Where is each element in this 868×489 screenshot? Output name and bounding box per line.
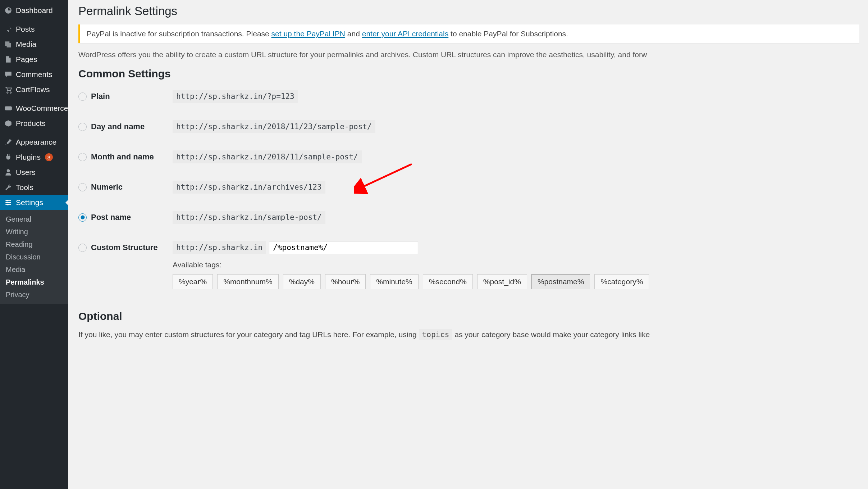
tag-year[interactable]: %year% xyxy=(173,274,213,289)
common-settings-heading: Common Settings xyxy=(78,68,859,80)
permalink-radio-numeric[interactable] xyxy=(78,183,87,191)
permalink-option-numeric: Numerichttp://sp.sharkz.in/archives/123 xyxy=(78,181,859,194)
sidebar-item-products[interactable]: Products xyxy=(0,116,68,131)
svg-rect-0 xyxy=(5,107,12,110)
option-label-text: Day and name xyxy=(91,122,145,131)
plugins-update-badge: 3 xyxy=(45,153,53,161)
tag-minute[interactable]: %minute% xyxy=(370,274,418,289)
content-area: Permalink Settings PayPal is inactive fo… xyxy=(68,0,868,489)
permalink-example: http://sp.sharkz.in/archives/123 xyxy=(173,181,325,194)
available-tags: %year%%monthnum%%day%%hour%%minute%%seco… xyxy=(173,274,859,289)
permalink-option-dayname: Day and namehttp://sp.sharkz.in/2018/11/… xyxy=(78,120,859,133)
sidebar-label: Products xyxy=(16,119,46,128)
permalink-option-label[interactable]: Day and name xyxy=(78,122,173,131)
sidebar-label: Dashboard xyxy=(16,6,53,15)
settings-sub-reading[interactable]: Reading xyxy=(0,238,68,251)
permalink-option-postname: Post namehttp://sp.sharkz.in/sample-post… xyxy=(78,211,859,224)
sliders-icon xyxy=(4,199,12,207)
settings-submenu: GeneralWritingReadingDiscussionMediaPerm… xyxy=(0,210,68,304)
dashboard-icon xyxy=(4,6,12,14)
permalink-example: http://sp.sharkz.in/2018/11/23/sample-po… xyxy=(173,120,375,133)
notice-text: and xyxy=(345,30,362,38)
sidebar-item-settings[interactable]: Settings xyxy=(0,195,68,210)
cartflows-icon xyxy=(4,86,12,94)
permalink-example: http://sp.sharkz.in/2018/11/sample-post/ xyxy=(173,150,362,163)
media-icon xyxy=(4,40,12,48)
permalink-radio-dayname[interactable] xyxy=(78,123,87,131)
sidebar-label: Media xyxy=(16,40,36,49)
sidebar-item-dashboard[interactable]: Dashboard xyxy=(0,3,68,18)
notice-text: to enable PayPal for Subscriptions. xyxy=(448,30,568,38)
permalink-example: http://sp.sharkz.in/?p=123 xyxy=(173,90,298,103)
sidebar-label: WooCommerce xyxy=(16,104,68,113)
permalink-option-monthname: Month and namehttp://sp.sharkz.in/2018/1… xyxy=(78,150,859,163)
notice-text: PayPal is inactive for subscription tran… xyxy=(87,30,271,38)
sidebar-item-plugins[interactable]: Plugins 3 xyxy=(0,150,68,165)
permalink-example: http://sp.sharkz.in/sample-post/ xyxy=(173,211,325,224)
custom-base-url: http://sp.sharkz.in xyxy=(173,241,266,254)
tag-post_id[interactable]: %post_id% xyxy=(477,274,527,289)
tag-second[interactable]: %second% xyxy=(423,274,473,289)
sidebar-label: Comments xyxy=(16,70,52,79)
page-icon xyxy=(4,55,12,63)
sidebar-label: Settings xyxy=(16,198,43,207)
svg-point-2 xyxy=(9,202,10,203)
sidebar-item-users[interactable]: Users xyxy=(0,165,68,180)
settings-sub-permalinks[interactable]: Permalinks xyxy=(0,276,68,289)
sidebar-item-posts[interactable]: Posts xyxy=(0,22,68,37)
optional-desc-text: as your category base would make your ca… xyxy=(454,330,650,339)
permalink-option-label[interactable]: Post name xyxy=(78,213,173,222)
sidebar-label: Posts xyxy=(16,25,35,33)
permalink-option-custom: Custom Structurehttp://sp.sharkz.in xyxy=(78,241,859,254)
option-label-text: Plain xyxy=(91,92,110,101)
products-icon xyxy=(4,119,12,127)
tag-postname[interactable]: %postname% xyxy=(531,274,590,289)
permalink-option-label[interactable]: Month and name xyxy=(78,152,173,162)
optional-desc-text: If you like, you may enter custom struct… xyxy=(78,330,419,339)
settings-sub-privacy[interactable]: Privacy xyxy=(0,289,68,301)
option-label-text: Post name xyxy=(91,213,131,222)
permalink-radio-plain[interactable] xyxy=(78,92,87,101)
sidebar-item-comments[interactable]: Comments xyxy=(0,67,68,82)
optional-example-code: topics xyxy=(419,329,453,340)
sidebar-label: Pages xyxy=(16,55,37,64)
wrench-icon xyxy=(4,184,12,191)
sidebar-item-woocommerce[interactable]: WooCommerce xyxy=(0,101,68,116)
settings-sub-discussion[interactable]: Discussion xyxy=(0,251,68,263)
custom-structure-input[interactable] xyxy=(269,241,418,254)
optional-heading: Optional xyxy=(78,310,859,322)
woocommerce-icon xyxy=(4,104,12,112)
tag-monthnum[interactable]: %monthnum% xyxy=(217,274,279,289)
svg-point-3 xyxy=(7,204,9,205)
sidebar-item-appearance[interactable]: Appearance xyxy=(0,135,68,150)
permalink-radio-monthname[interactable] xyxy=(78,153,87,161)
permalink-option-label[interactable]: Custom Structure xyxy=(78,243,173,252)
sidebar-label: Tools xyxy=(16,183,33,192)
tag-day[interactable]: %day% xyxy=(283,274,321,289)
tag-hour[interactable]: %hour% xyxy=(325,274,366,289)
permalink-option-label[interactable]: Plain xyxy=(78,92,173,101)
brush-icon xyxy=(4,138,12,146)
sidebar-item-pages[interactable]: Pages xyxy=(0,52,68,67)
setup-paypal-ipn-link[interactable]: set up the PayPal IPN xyxy=(271,30,345,38)
available-tags-label: Available tags: xyxy=(173,261,859,269)
settings-sub-writing[interactable]: Writing xyxy=(0,226,68,238)
permalink-option-plain: Plainhttp://sp.sharkz.in/?p=123 xyxy=(78,90,859,103)
sidebar-item-tools[interactable]: Tools xyxy=(0,180,68,195)
permalink-option-label[interactable]: Numeric xyxy=(78,182,173,192)
api-credentials-link[interactable]: enter your API credentials xyxy=(362,30,448,38)
option-label-text: Month and name xyxy=(91,152,154,162)
sidebar-item-cartflows[interactable]: CartFlows xyxy=(0,82,68,97)
admin-sidebar: Dashboard Posts Media Pages Comments C xyxy=(0,0,68,489)
tag-category[interactable]: %category% xyxy=(594,274,649,289)
option-label-text: Numeric xyxy=(91,182,123,192)
pin-icon xyxy=(4,25,12,33)
comment-icon xyxy=(4,71,12,78)
settings-sub-general[interactable]: General xyxy=(0,213,68,226)
sidebar-item-media[interactable]: Media xyxy=(0,37,68,52)
permalink-radio-postname[interactable] xyxy=(78,213,87,222)
permalink-radio-custom[interactable] xyxy=(78,244,87,252)
settings-sub-media[interactable]: Media xyxy=(0,263,68,276)
page-title: Permalink Settings xyxy=(78,4,859,18)
sidebar-label: Appearance xyxy=(16,138,56,146)
